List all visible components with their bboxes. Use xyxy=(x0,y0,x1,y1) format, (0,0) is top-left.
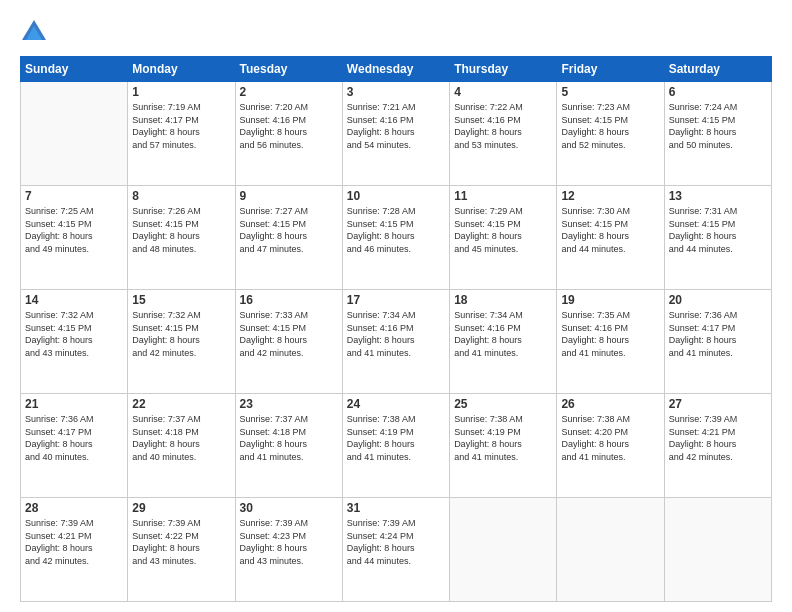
day-number: 28 xyxy=(25,501,123,515)
day-number: 9 xyxy=(240,189,338,203)
cell-content: Sunrise: 7:28 AM Sunset: 4:15 PM Dayligh… xyxy=(347,205,445,255)
day-number: 20 xyxy=(669,293,767,307)
cell-content: Sunrise: 7:27 AM Sunset: 4:15 PM Dayligh… xyxy=(240,205,338,255)
day-number: 17 xyxy=(347,293,445,307)
calendar-header-row: SundayMondayTuesdayWednesdayThursdayFrid… xyxy=(21,57,772,82)
calendar-cell: 14Sunrise: 7:32 AM Sunset: 4:15 PM Dayli… xyxy=(21,290,128,394)
calendar-cell: 21Sunrise: 7:36 AM Sunset: 4:17 PM Dayli… xyxy=(21,394,128,498)
calendar-week-row: 1Sunrise: 7:19 AM Sunset: 4:17 PM Daylig… xyxy=(21,82,772,186)
day-number: 19 xyxy=(561,293,659,307)
calendar-cell: 25Sunrise: 7:38 AM Sunset: 4:19 PM Dayli… xyxy=(450,394,557,498)
cell-content: Sunrise: 7:38 AM Sunset: 4:19 PM Dayligh… xyxy=(454,413,552,463)
cell-content: Sunrise: 7:24 AM Sunset: 4:15 PM Dayligh… xyxy=(669,101,767,151)
calendar-cell: 9Sunrise: 7:27 AM Sunset: 4:15 PM Daylig… xyxy=(235,186,342,290)
day-number: 24 xyxy=(347,397,445,411)
cell-content: Sunrise: 7:30 AM Sunset: 4:15 PM Dayligh… xyxy=(561,205,659,255)
day-number: 18 xyxy=(454,293,552,307)
cell-content: Sunrise: 7:22 AM Sunset: 4:16 PM Dayligh… xyxy=(454,101,552,151)
calendar-cell: 23Sunrise: 7:37 AM Sunset: 4:18 PM Dayli… xyxy=(235,394,342,498)
calendar-cell xyxy=(664,498,771,602)
weekday-header: Monday xyxy=(128,57,235,82)
calendar-week-row: 28Sunrise: 7:39 AM Sunset: 4:21 PM Dayli… xyxy=(21,498,772,602)
calendar-cell: 19Sunrise: 7:35 AM Sunset: 4:16 PM Dayli… xyxy=(557,290,664,394)
calendar-cell: 3Sunrise: 7:21 AM Sunset: 4:16 PM Daylig… xyxy=(342,82,449,186)
day-number: 7 xyxy=(25,189,123,203)
calendar-cell: 8Sunrise: 7:26 AM Sunset: 4:15 PM Daylig… xyxy=(128,186,235,290)
cell-content: Sunrise: 7:31 AM Sunset: 4:15 PM Dayligh… xyxy=(669,205,767,255)
calendar-cell: 10Sunrise: 7:28 AM Sunset: 4:15 PM Dayli… xyxy=(342,186,449,290)
day-number: 25 xyxy=(454,397,552,411)
calendar-cell: 5Sunrise: 7:23 AM Sunset: 4:15 PM Daylig… xyxy=(557,82,664,186)
cell-content: Sunrise: 7:34 AM Sunset: 4:16 PM Dayligh… xyxy=(347,309,445,359)
calendar-cell: 16Sunrise: 7:33 AM Sunset: 4:15 PM Dayli… xyxy=(235,290,342,394)
day-number: 3 xyxy=(347,85,445,99)
calendar-table: SundayMondayTuesdayWednesdayThursdayFrid… xyxy=(20,56,772,602)
day-number: 2 xyxy=(240,85,338,99)
top-section xyxy=(20,18,772,46)
logo-icon xyxy=(20,18,48,46)
cell-content: Sunrise: 7:37 AM Sunset: 4:18 PM Dayligh… xyxy=(240,413,338,463)
weekday-header: Saturday xyxy=(664,57,771,82)
page: SundayMondayTuesdayWednesdayThursdayFrid… xyxy=(0,0,792,612)
day-number: 5 xyxy=(561,85,659,99)
day-number: 22 xyxy=(132,397,230,411)
day-number: 13 xyxy=(669,189,767,203)
calendar-cell: 27Sunrise: 7:39 AM Sunset: 4:21 PM Dayli… xyxy=(664,394,771,498)
weekday-header: Thursday xyxy=(450,57,557,82)
cell-content: Sunrise: 7:37 AM Sunset: 4:18 PM Dayligh… xyxy=(132,413,230,463)
day-number: 6 xyxy=(669,85,767,99)
calendar-cell: 20Sunrise: 7:36 AM Sunset: 4:17 PM Dayli… xyxy=(664,290,771,394)
cell-content: Sunrise: 7:29 AM Sunset: 4:15 PM Dayligh… xyxy=(454,205,552,255)
day-number: 26 xyxy=(561,397,659,411)
calendar-cell xyxy=(450,498,557,602)
weekday-header: Wednesday xyxy=(342,57,449,82)
calendar-cell: 13Sunrise: 7:31 AM Sunset: 4:15 PM Dayli… xyxy=(664,186,771,290)
cell-content: Sunrise: 7:39 AM Sunset: 4:22 PM Dayligh… xyxy=(132,517,230,567)
calendar-cell: 12Sunrise: 7:30 AM Sunset: 4:15 PM Dayli… xyxy=(557,186,664,290)
calendar-cell: 26Sunrise: 7:38 AM Sunset: 4:20 PM Dayli… xyxy=(557,394,664,498)
cell-content: Sunrise: 7:34 AM Sunset: 4:16 PM Dayligh… xyxy=(454,309,552,359)
cell-content: Sunrise: 7:23 AM Sunset: 4:15 PM Dayligh… xyxy=(561,101,659,151)
cell-content: Sunrise: 7:20 AM Sunset: 4:16 PM Dayligh… xyxy=(240,101,338,151)
day-number: 30 xyxy=(240,501,338,515)
weekday-header: Sunday xyxy=(21,57,128,82)
cell-content: Sunrise: 7:35 AM Sunset: 4:16 PM Dayligh… xyxy=(561,309,659,359)
calendar-cell: 1Sunrise: 7:19 AM Sunset: 4:17 PM Daylig… xyxy=(128,82,235,186)
cell-content: Sunrise: 7:39 AM Sunset: 4:24 PM Dayligh… xyxy=(347,517,445,567)
cell-content: Sunrise: 7:39 AM Sunset: 4:23 PM Dayligh… xyxy=(240,517,338,567)
calendar-cell: 7Sunrise: 7:25 AM Sunset: 4:15 PM Daylig… xyxy=(21,186,128,290)
day-number: 21 xyxy=(25,397,123,411)
cell-content: Sunrise: 7:32 AM Sunset: 4:15 PM Dayligh… xyxy=(25,309,123,359)
calendar-cell: 24Sunrise: 7:38 AM Sunset: 4:19 PM Dayli… xyxy=(342,394,449,498)
cell-content: Sunrise: 7:39 AM Sunset: 4:21 PM Dayligh… xyxy=(25,517,123,567)
weekday-header: Friday xyxy=(557,57,664,82)
cell-content: Sunrise: 7:39 AM Sunset: 4:21 PM Dayligh… xyxy=(669,413,767,463)
day-number: 11 xyxy=(454,189,552,203)
calendar-cell: 22Sunrise: 7:37 AM Sunset: 4:18 PM Dayli… xyxy=(128,394,235,498)
day-number: 14 xyxy=(25,293,123,307)
day-number: 29 xyxy=(132,501,230,515)
calendar-cell: 29Sunrise: 7:39 AM Sunset: 4:22 PM Dayli… xyxy=(128,498,235,602)
cell-content: Sunrise: 7:26 AM Sunset: 4:15 PM Dayligh… xyxy=(132,205,230,255)
calendar-cell: 31Sunrise: 7:39 AM Sunset: 4:24 PM Dayli… xyxy=(342,498,449,602)
calendar-body: 1Sunrise: 7:19 AM Sunset: 4:17 PM Daylig… xyxy=(21,82,772,602)
cell-content: Sunrise: 7:36 AM Sunset: 4:17 PM Dayligh… xyxy=(25,413,123,463)
calendar-cell: 30Sunrise: 7:39 AM Sunset: 4:23 PM Dayli… xyxy=(235,498,342,602)
calendar-cell: 6Sunrise: 7:24 AM Sunset: 4:15 PM Daylig… xyxy=(664,82,771,186)
cell-content: Sunrise: 7:32 AM Sunset: 4:15 PM Dayligh… xyxy=(132,309,230,359)
calendar-cell: 2Sunrise: 7:20 AM Sunset: 4:16 PM Daylig… xyxy=(235,82,342,186)
day-number: 23 xyxy=(240,397,338,411)
calendar-cell: 28Sunrise: 7:39 AM Sunset: 4:21 PM Dayli… xyxy=(21,498,128,602)
day-number: 1 xyxy=(132,85,230,99)
weekday-header: Tuesday xyxy=(235,57,342,82)
calendar-cell: 18Sunrise: 7:34 AM Sunset: 4:16 PM Dayli… xyxy=(450,290,557,394)
cell-content: Sunrise: 7:33 AM Sunset: 4:15 PM Dayligh… xyxy=(240,309,338,359)
calendar-cell: 15Sunrise: 7:32 AM Sunset: 4:15 PM Dayli… xyxy=(128,290,235,394)
logo xyxy=(20,18,54,46)
calendar-week-row: 7Sunrise: 7:25 AM Sunset: 4:15 PM Daylig… xyxy=(21,186,772,290)
calendar-cell: 11Sunrise: 7:29 AM Sunset: 4:15 PM Dayli… xyxy=(450,186,557,290)
cell-content: Sunrise: 7:38 AM Sunset: 4:19 PM Dayligh… xyxy=(347,413,445,463)
day-number: 31 xyxy=(347,501,445,515)
day-number: 15 xyxy=(132,293,230,307)
day-number: 16 xyxy=(240,293,338,307)
